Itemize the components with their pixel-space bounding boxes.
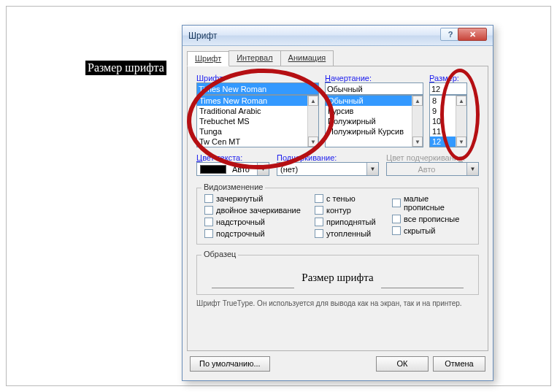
scroll-up-icon[interactable]: ▲ [412,96,423,106]
list-item[interactable]: 8 [430,96,456,106]
font-dialog: Шрифт ? ✕ Шрифт Интервал Анимация Шрифт:… [182,25,493,381]
list-item[interactable]: 10 [430,116,456,126]
preview-text: Размер шрифта [301,261,373,288]
document-selected-text: Размер шрифта [85,61,166,75]
list-item[interactable]: Times New Roman [197,96,307,106]
scrollbar[interactable]: ▲ ▼ [412,96,423,147]
tab-font[interactable]: Шрифт [187,51,229,66]
style-input[interactable] [325,82,423,95]
color-label: Цвет текста: [196,153,269,162]
scroll-down-icon[interactable]: ▼ [412,137,423,147]
dialog-body: Шрифт Интервал Анимация Шрифт: Times New… [187,50,488,376]
effects-fieldset: Видоизменение зачеркнутый двойное зачерк… [196,188,479,245]
check-smallcaps[interactable]: малые прописные [392,194,471,212]
chevron-down-icon[interactable]: ▼ [257,163,269,175]
list-item[interactable]: 9 [430,106,456,116]
style-listbox[interactable]: Обычный Курсив Полужирный Полужирный Кур… [325,95,423,147]
close-button[interactable]: ✕ [458,28,487,41]
scroll-up-icon[interactable]: ▲ [456,96,466,106]
button-row: По умолчанию... ОК Отмена [187,354,488,373]
scroll-down-icon[interactable]: ▼ [456,137,466,147]
default-button[interactable]: По умолчанию... [190,356,270,372]
cancel-button[interactable]: Отмена [433,356,485,372]
check-engrave[interactable]: утопленный [315,229,388,238]
list-item[interactable]: 12 [430,137,456,147]
check-hidden[interactable]: скрытый [392,226,471,235]
style-label: Начертание: [325,74,423,82]
list-item[interactable]: Traditional Arabic [197,106,307,116]
check-allcaps[interactable]: все прописные [392,215,471,223]
color-swatch-icon [200,165,226,174]
scrollbar[interactable]: ▲ ▼ [456,96,466,147]
hint-text: Шрифт TrueType. Он используется для выво… [196,299,479,307]
check-super[interactable]: надстрочный [204,218,310,226]
ucolor-label: Цвет подчеркивания: [386,153,479,162]
font-listbox[interactable]: Times New Roman Traditional Arabic Trebu… [196,95,319,147]
size-input[interactable] [429,82,467,95]
list-item[interactable]: Tunga [197,126,307,137]
check-outline[interactable]: контур [315,206,388,215]
scroll-down-icon[interactable]: ▼ [308,137,318,147]
tab-row: Шрифт Интервал Анимация [187,50,488,66]
list-item[interactable]: Tw Cen MT [197,137,307,147]
underline-color-combo: Авто ▼ [386,162,479,176]
size-listbox[interactable]: 8 9 10 11 12 ▲ ▼ [429,95,467,147]
font-input[interactable] [196,82,319,95]
titlebar[interactable]: Шрифт ? ✕ [183,26,493,46]
effects-legend: Видоизменение [201,182,265,191]
check-shadow[interactable]: с тенью [315,194,388,203]
check-strike[interactable]: зачеркнутый [204,194,310,203]
list-item[interactable]: Курсив [326,106,412,116]
size-label: Размер: [429,74,467,82]
preview-legend: Образец [201,250,238,258]
check-emboss[interactable]: приподнятый [315,218,388,226]
ok-button[interactable]: ОК [376,356,429,372]
scrollbar[interactable]: ▲ ▼ [307,96,318,147]
list-item[interactable]: Trebuchet MS [197,116,307,126]
list-item[interactable]: Обычный [326,96,412,106]
chevron-down-icon[interactable]: ▼ [366,163,378,175]
underline-combo[interactable]: (нет) ▼ [277,162,379,176]
check-sub[interactable]: подстрочный [204,229,310,238]
underline-label: Подчеркивание: [277,153,379,162]
preview-fieldset: Образец Размер шрифта [196,255,479,295]
font-label: Шрифт: [196,74,319,82]
dialog-title: Шрифт [188,31,217,41]
tab-spacing[interactable]: Интервал [228,50,280,66]
list-item[interactable]: 11 [430,126,456,137]
text-color-combo[interactable]: Авто ▼ [196,162,269,176]
tab-animation[interactable]: Анимация [280,50,334,66]
tab-content: Шрифт: Times New Roman Traditional Arabi… [187,66,488,351]
check-dstrike[interactable]: двойное зачеркивание [204,206,310,215]
chevron-down-icon: ▼ [466,163,478,175]
list-item[interactable]: Полужирный Курсив [326,126,412,137]
list-item[interactable]: Полужирный [326,116,412,126]
scroll-up-icon[interactable]: ▲ [308,96,318,106]
